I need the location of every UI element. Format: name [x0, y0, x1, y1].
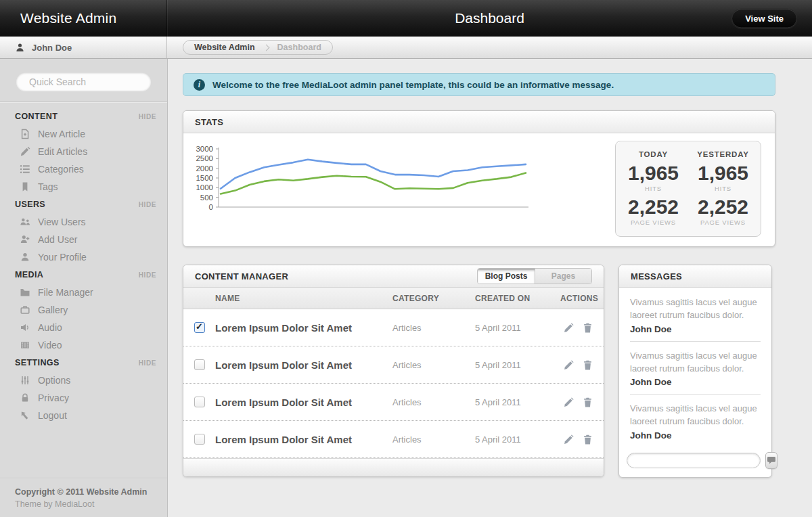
sidebar-item-video[interactable]: Video: [15, 336, 156, 354]
row-created-on: 5 April 2011: [475, 360, 560, 370]
summary-today: TODAY 1,965 HITS 2,252 PAGE VIEWS: [618, 150, 688, 226]
message-text: Vivamus sagittis lacus vel augue laoreet…: [630, 403, 761, 428]
sidebar-item-label: Tags: [38, 181, 58, 192]
section-settings-hide-link[interactable]: HIDE: [139, 359, 156, 367]
admin-app: Website Admin Dashboard View Site John D…: [0, 0, 812, 517]
messages-header: MESSAGES: [619, 265, 771, 288]
sidebar-item-audio[interactable]: Audio: [15, 319, 156, 336]
content-manager-title: CONTENT MANAGER: [195, 271, 288, 282]
stats-summary-box: TODAY 1,965 HITS 2,252 PAGE VIEWS YESTER…: [615, 141, 761, 237]
row-checkbox[interactable]: [194, 322, 205, 333]
sidebar-item-your-profile[interactable]: Your Profile: [15, 248, 156, 266]
row-checkbox[interactable]: [194, 397, 205, 407]
today-hits-value: 1,965: [618, 163, 688, 183]
sidebar-item-label: Options: [38, 375, 70, 386]
section-users: USERS HIDE: [15, 196, 156, 213]
tab-pages[interactable]: Pages: [535, 269, 591, 284]
edit-icon[interactable]: [563, 397, 574, 408]
sub-bar: John Doe Website Admin Dashboard: [0, 37, 812, 59]
divider: [630, 394, 761, 395]
row-created-on: 5 April 2011: [475, 434, 560, 445]
page-title: Dashboard: [455, 10, 524, 26]
row-checkbox[interactable]: [194, 359, 205, 370]
sidebar-item-new-article[interactable]: New Article: [15, 125, 156, 143]
svg-text:2500: 2500: [196, 154, 213, 162]
section-media-title: MEDIA: [15, 270, 43, 279]
today-pageviews-value: 2,252: [618, 197, 688, 217]
sidebar-item-categories[interactable]: Categories: [15, 160, 156, 178]
section-media-hide-link[interactable]: HIDE: [139, 271, 156, 279]
sidebar-item-label: Audio: [38, 322, 62, 333]
row-checkbox[interactable]: [194, 434, 205, 445]
user-name: John Doe: [32, 43, 72, 53]
edit-icon[interactable]: [563, 322, 574, 334]
row-created-on: 5 April 2011: [475, 397, 560, 407]
sidebar: CONTENT HIDE New Article Edit Articles: [0, 59, 168, 517]
svg-text:500: 500: [200, 194, 213, 202]
section-settings: SETTINGS HIDE: [15, 354, 156, 372]
section-media: MEDIA HIDE: [15, 266, 156, 284]
search-section: [0, 59, 167, 102]
row-category: Articles: [392, 397, 475, 407]
sliders-icon: [20, 375, 30, 386]
content-manager-panel: CONTENT MANAGER Blog Posts Pages NAME CA…: [183, 265, 604, 477]
sidebar-item-logout[interactable]: Logout: [15, 407, 156, 424]
welcome-notice: i Welcome to the free MediaLoot admin pa…: [183, 73, 775, 96]
breadcrumb-item-home[interactable]: Website Admin: [194, 43, 255, 52]
sidebar-item-tags[interactable]: Tags: [15, 178, 156, 196]
main-area: CONTENT HIDE New Article Edit Articles: [0, 59, 812, 517]
trash-icon[interactable]: [582, 397, 593, 408]
sidebar-item-file-manager[interactable]: File Manager: [15, 284, 156, 301]
message-author: John Doe: [630, 324, 761, 334]
section-users-hide-link[interactable]: HIDE: [139, 201, 156, 208]
tab-blog-posts[interactable]: Blog Posts: [478, 269, 535, 284]
trash-icon[interactable]: [582, 322, 593, 334]
table-row: Lorem Ipsum Dolor Sit Amet Articles 5 Ap…: [183, 309, 604, 346]
search-box[interactable]: [16, 72, 151, 91]
row-name[interactable]: Lorem Ipsum Dolor Sit Amet: [215, 359, 392, 371]
search-input[interactable]: [29, 76, 152, 87]
user-bar[interactable]: John Doe: [0, 37, 167, 59]
col-category: CATEGORY: [392, 294, 475, 303]
sidebar-item-options[interactable]: Options: [15, 372, 156, 389]
sidebar-item-view-users[interactable]: View Users: [15, 213, 156, 231]
svg-text:1000: 1000: [196, 183, 213, 192]
sidebar-item-gallery[interactable]: Gallery: [15, 301, 156, 319]
send-message-button[interactable]: [765, 452, 777, 469]
row-name[interactable]: Lorem Ipsum Dolor Sit Amet: [215, 322, 392, 334]
trash-icon[interactable]: [582, 434, 593, 445]
edit-icon[interactable]: [563, 359, 574, 371]
message-author: John Doe: [630, 430, 761, 441]
section-users-title: USERS: [15, 200, 45, 209]
sidebar-item-label: Gallery: [38, 305, 68, 315]
bookmark-icon: [20, 181, 30, 192]
content-manager-footer: [183, 458, 604, 476]
sidebar-item-label: Privacy: [38, 392, 69, 403]
sidebar-item-add-user[interactable]: Add User: [15, 231, 156, 248]
trash-icon[interactable]: [582, 359, 593, 371]
profile-icon: [20, 252, 30, 263]
breadcrumb-item-current: Dashboard: [277, 43, 321, 52]
messages-title: MESSAGES: [631, 271, 682, 282]
row-name[interactable]: Lorem Ipsum Dolor Sit Amet: [215, 434, 392, 445]
divider: [630, 341, 761, 342]
content-manager-header: CONTENT MANAGER Blog Posts Pages: [183, 265, 604, 288]
user-icon: [15, 43, 25, 53]
theme-credit-text: Theme by MediaLoot: [15, 499, 152, 509]
row-name[interactable]: Lorem Ipsum Dolor Sit Amet: [215, 397, 392, 408]
breadcrumb-bar: Website Admin Dashboard: [167, 37, 812, 59]
svg-text:3000: 3000: [196, 145, 213, 153]
view-site-button[interactable]: View Site: [731, 9, 797, 28]
section-content: CONTENT HIDE: [15, 108, 156, 125]
stats-body: 300025002000150010005000 TODAY 1,965 HIT…: [183, 133, 775, 246]
sidebar-item-label: View Users: [38, 217, 86, 227]
section-content-hide-link[interactable]: HIDE: [139, 113, 156, 120]
message-compose: [619, 447, 771, 477]
edit-icon[interactable]: [563, 434, 574, 445]
row-category: Articles: [392, 360, 475, 370]
sidebar-item-privacy[interactable]: Privacy: [15, 389, 156, 407]
messages-list: Vivamus sagittis lacus vel augue laoreet…: [619, 288, 771, 447]
speaker-icon: [20, 322, 30, 333]
message-input[interactable]: [627, 453, 761, 468]
sidebar-item-edit-articles[interactable]: Edit Articles: [15, 143, 156, 160]
